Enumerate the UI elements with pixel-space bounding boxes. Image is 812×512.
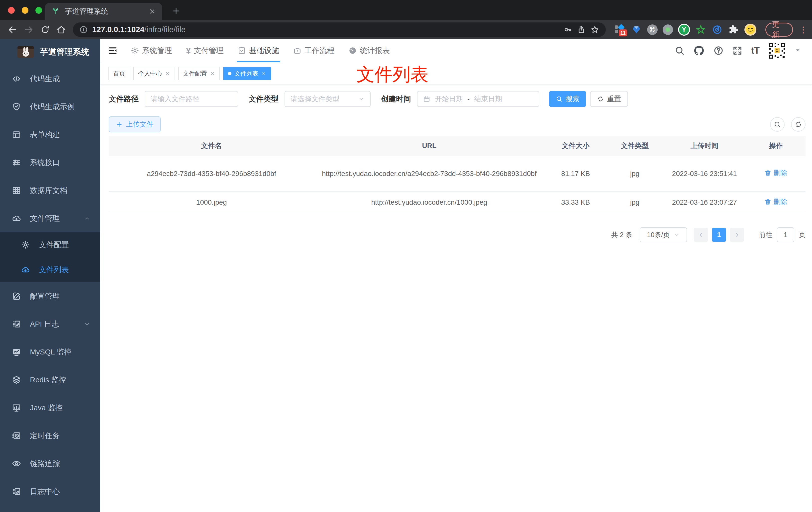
page-size-select[interactable]: 10条/页: [640, 227, 687, 242]
extension-password-manager-icon[interactable]: 11: [614, 24, 626, 35]
caret-down-icon[interactable]: [794, 47, 801, 54]
browser-menu-icon[interactable]: ⋮: [799, 25, 804, 35]
clipboard-check-icon: [238, 47, 246, 55]
new-tab-button[interactable]: [169, 4, 183, 18]
prev-page-button[interactable]: [694, 228, 708, 242]
topnav-infrastructure[interactable]: 基础设施: [238, 39, 279, 62]
next-page-button[interactable]: [730, 228, 744, 242]
monitor-icon: [11, 403, 22, 413]
tag-profile[interactable]: 个人中心: [134, 67, 175, 80]
refresh-icon: [794, 121, 802, 128]
topnav-workflow[interactable]: 工作流程: [293, 39, 335, 62]
file-type-cell: jpg: [607, 197, 663, 208]
sidebar-item-tracing[interactable]: 链路追踪: [0, 450, 100, 478]
sidebar-item-code-demo[interactable]: 代码生成示例: [0, 93, 100, 121]
topnav-payment[interactable]: ¥ 支付管理: [186, 39, 224, 62]
topnav-system[interactable]: 系统管理: [131, 39, 172, 62]
goto-page-input[interactable]: [777, 227, 794, 242]
sidebar-item-db-doc[interactable]: 数据库文档: [0, 177, 100, 204]
extension-emoji-icon[interactable]: [745, 24, 756, 36]
tag-file-config[interactable]: 文件配置: [178, 67, 220, 80]
trash-icon: [764, 170, 771, 177]
sidebar-item-scheduled-tasks[interactable]: 定时任务: [0, 422, 100, 450]
browser-tab-strip: 芋道管理系统: [0, 0, 812, 20]
sidebar-item-code-gen[interactable]: 代码生成: [0, 65, 100, 93]
pagination-total: 共 2 条: [611, 230, 632, 239]
home-button[interactable]: [55, 23, 68, 37]
site-info-icon[interactable]: [79, 25, 88, 34]
column-header: 文件大小: [544, 140, 607, 152]
menu-fold-icon[interactable]: [108, 46, 118, 56]
back-button[interactable]: [5, 23, 20, 37]
extension-camera-dot-icon[interactable]: [663, 24, 673, 35]
search-button[interactable]: 搜索: [549, 91, 586, 107]
bookmark-star-icon[interactable]: [590, 25, 599, 34]
window-controls: [8, 7, 42, 14]
browser-tab[interactable]: 芋道管理系统: [45, 3, 162, 20]
password-key-icon[interactable]: [563, 25, 572, 34]
chevron-down-icon: [358, 96, 365, 102]
sidebar-item-api-log[interactable]: API 日志: [0, 310, 100, 338]
close-window-button[interactable]: [8, 7, 15, 14]
help-icon[interactable]: [713, 46, 724, 56]
code-icon: [11, 74, 22, 84]
extension-y-icon[interactable]: Y: [678, 24, 690, 36]
refresh-table-button[interactable]: [791, 117, 806, 131]
sidebar-item-mysql-monitor[interactable]: MySQL 监控: [0, 338, 100, 366]
upload-file-button[interactable]: 上传文件: [109, 116, 161, 132]
tag-close-icon[interactable]: [261, 71, 266, 76]
tab-close-icon[interactable]: [149, 8, 155, 15]
delete-button[interactable]: 删除: [764, 196, 787, 208]
share-icon[interactable]: [577, 25, 586, 34]
gear-icon: [21, 240, 30, 249]
forward-button[interactable]: [22, 23, 36, 37]
sidebar-item-file-management[interactable]: 文件管理: [0, 204, 100, 232]
chart-icon: [11, 347, 22, 357]
column-header: URL: [314, 140, 544, 152]
column-header: 文件类型: [607, 140, 663, 152]
delete-button[interactable]: 删除: [764, 167, 787, 179]
extension-gem-icon[interactable]: [631, 24, 642, 35]
sidebar-item-file-list[interactable]: 文件列表: [0, 257, 100, 282]
file-type-select[interactable]: 请选择文件类型: [285, 91, 371, 107]
actions-cell: 删除: [746, 167, 805, 180]
topnav-reports[interactable]: 统计报表: [348, 39, 390, 62]
browser-update-button[interactable]: 更新: [765, 23, 793, 37]
reset-button[interactable]: 重置: [590, 91, 628, 107]
font-size-icon[interactable]: tT: [751, 46, 760, 56]
file-size-cell: 33.33 KB: [544, 197, 607, 208]
address-bar[interactable]: 127.0.0.1:1024/infra/file/file: [73, 23, 606, 37]
extension-eye-icon[interactable]: [712, 24, 723, 35]
extension-command-icon[interactable]: ⌘: [647, 24, 658, 35]
sidebar-item-log-center[interactable]: 日志中心: [0, 478, 100, 506]
tag-file-list[interactable]: 文件列表: [223, 67, 271, 80]
sidebar-item-redis-monitor[interactable]: Redis 监控: [0, 366, 100, 394]
sidebar-item-form-builder[interactable]: 表单构建: [0, 121, 100, 149]
github-icon[interactable]: [693, 45, 705, 56]
toggle-search-button[interactable]: [770, 117, 785, 131]
sidebar-item-config-management[interactable]: 配置管理: [0, 282, 100, 310]
extension-puzzle-icon[interactable]: [728, 24, 740, 35]
tag-home[interactable]: 首页: [109, 67, 130, 80]
reload-button[interactable]: [38, 23, 52, 37]
sidebar-item-file-config[interactable]: 文件配置: [0, 232, 100, 257]
file-path-input-field[interactable]: [151, 95, 232, 103]
calendar-icon: [423, 95, 430, 103]
tag-close-icon[interactable]: [165, 71, 170, 76]
avatar[interactable]: [768, 42, 786, 60]
file-path-input[interactable]: [145, 91, 238, 107]
fullscreen-icon[interactable]: [732, 46, 743, 56]
tag-close-icon[interactable]: [210, 71, 215, 76]
extension-star-icon[interactable]: [695, 24, 706, 35]
sidebar-item-system-api[interactable]: 系统接口: [0, 149, 100, 177]
maximize-window-button[interactable]: [35, 7, 42, 14]
date-range-picker[interactable]: 开始日期 - 结束日期: [417, 91, 539, 107]
minimize-window-button[interactable]: [22, 7, 28, 14]
extension-badge: 11: [619, 29, 627, 36]
search-icon[interactable]: [674, 46, 685, 56]
yen-icon: ¥: [186, 46, 191, 56]
current-page-button[interactable]: 1: [712, 228, 726, 242]
sidebar-logo[interactable]: 芋道管理系统: [0, 39, 100, 65]
shield-check-icon: [11, 102, 22, 112]
sidebar-item-java-monitor[interactable]: Java 监控: [0, 394, 100, 422]
